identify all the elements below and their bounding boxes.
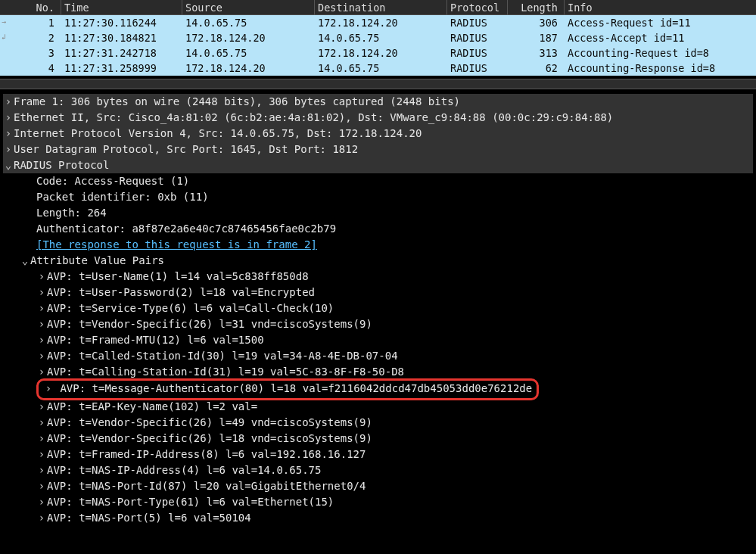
avp-row[interactable]: ›AVP: t=Called-Station-Id(30) l=19 val=3… (3, 348, 753, 364)
packet-details-pane: › Frame 1: 306 bytes on wire (2448 bits)… (0, 89, 756, 532)
cell-no: 3 (0, 45, 61, 61)
chevron-right-icon[interactable]: › (36, 300, 47, 316)
cell-time: 11:27:31.258999 (61, 61, 182, 76)
avp-text: AVP: t=User-Password(2) l=18 val=Encrypt… (47, 285, 315, 300)
col-no[interactable]: No. (0, 0, 61, 15)
chevron-right-icon[interactable]: › (3, 126, 14, 142)
tree-udp-text: User Datagram Protocol, Src Port: 1645, … (14, 142, 358, 157)
chevron-right-icon[interactable]: › (36, 447, 47, 462)
packet-list-pane: No. Time Source Destination Protocol Len… (0, 0, 756, 76)
cell-info: Access-Accept id=11 (564, 30, 756, 45)
tree-frame-text: Frame 1: 306 bytes on wire (2448 bits), … (14, 94, 460, 110)
chevron-right-icon[interactable]: › (36, 478, 47, 494)
chevron-right-icon[interactable]: › (36, 462, 47, 478)
col-destination[interactable]: Destination (314, 0, 446, 15)
avp-row[interactable]: ›AVP: t=NAS-IP-Address(4) l=6 val=14.0.6… (3, 462, 753, 478)
chevron-right-icon[interactable]: › (36, 364, 47, 380)
cell-time: 11:27:30.184821 (61, 30, 182, 45)
cell-dst: 172.18.124.20 (314, 45, 446, 61)
avp-text: AVP: t=Called-Station-Id(30) l=19 val=34… (47, 348, 398, 364)
col-protocol[interactable]: Protocol (446, 0, 507, 15)
avp-text: AVP: t=Calling-Station-Id(31) l=19 val=5… (47, 364, 404, 380)
avp-text: AVP: t=Framed-MTU(12) l=6 val=1500 (47, 332, 264, 348)
chevron-right-icon[interactable]: › (43, 381, 54, 397)
avp-text: AVP: t=Vendor-Specific(26) l=18 vnd=cisc… (47, 431, 372, 447)
avp-text: AVP: t=Framed-IP-Address(8) l=6 val=192.… (47, 447, 366, 462)
cell-src: 14.0.65.75 (182, 45, 314, 61)
chevron-down-icon[interactable]: ⌄ (20, 253, 30, 269)
chevron-right-icon[interactable]: › (36, 431, 47, 447)
tree-ip[interactable]: › Internet Protocol Version 4, Src: 14.0… (3, 126, 753, 142)
avp-row[interactable]: ›AVP: t=EAP-Key-Name(102) l=2 val= (3, 399, 753, 415)
radius-length[interactable]: Length: 264 (3, 205, 753, 221)
avp-row[interactable]: ›AVP: t=Service-Type(6) l=6 val=Call-Che… (3, 300, 753, 316)
cell-proto: RADIUS (446, 45, 507, 61)
packet-row[interactable]: 111:27:30.11624414.0.65.75172.18.124.20R… (0, 15, 756, 30)
packet-row[interactable]: 211:27:30.184821172.18.124.2014.0.65.75R… (0, 30, 756, 45)
chevron-right-icon[interactable]: › (36, 510, 47, 526)
tree-avps[interactable]: ⌄ Attribute Value Pairs (3, 253, 753, 269)
avp-row[interactable]: ›AVP: t=Framed-IP-Address(8) l=6 val=192… (3, 447, 753, 462)
avp-row[interactable]: ›AVP: t=NAS-Port(5) l=6 val=50104 (3, 510, 753, 526)
cell-time: 11:27:31.242718 (61, 45, 182, 61)
cell-info: Access-Request id=11 (564, 15, 756, 30)
cell-len: 313 (507, 45, 564, 61)
chevron-right-icon[interactable]: › (36, 269, 47, 285)
avp-text: AVP: t=NAS-Port-Id(87) l=20 val=GigabitE… (47, 478, 366, 494)
chevron-right-icon[interactable]: › (36, 415, 47, 431)
avp-row[interactable]: › AVP: t=Message-Authenticator(80) l=18 … (3, 380, 753, 399)
cell-proto: RADIUS (446, 30, 507, 45)
avp-text: AVP: t=Vendor-Specific(26) l=31 vnd=cisc… (47, 316, 372, 332)
packet-row[interactable]: 311:27:31.24271814.0.65.75172.18.124.20R… (0, 45, 756, 61)
chevron-down-icon[interactable]: ⌄ (3, 157, 14, 173)
avp-row[interactable]: ›AVP: t=Framed-MTU(12) l=6 val=1500 (3, 332, 753, 348)
chevron-right-icon[interactable]: › (36, 494, 47, 510)
avp-row[interactable]: ›AVP: t=User-Name(1) l=14 val=5c838ff850… (3, 269, 753, 285)
cell-dst: 172.18.124.20 (314, 15, 446, 30)
chevron-right-icon[interactable]: › (36, 332, 47, 348)
chevron-right-icon[interactable]: › (36, 399, 47, 415)
avp-row[interactable]: ›AVP: t=Vendor-Specific(26) l=18 vnd=cis… (3, 431, 753, 447)
avp-text: AVP: t=Vendor-Specific(26) l=49 vnd=cisc… (47, 415, 372, 431)
radius-response-link[interactable]: [The response to this request is in fram… (3, 237, 753, 253)
radius-authenticator[interactable]: Authenticator: a8f87e2a6e40c7c87465456fa… (3, 221, 753, 237)
avp-text: AVP: t=NAS-Port-Type(61) l=6 val=Etherne… (47, 494, 334, 510)
chevron-right-icon[interactable]: › (36, 285, 47, 300)
chevron-right-icon[interactable]: › (36, 316, 47, 332)
col-info[interactable]: Info (564, 0, 756, 15)
packet-row[interactable]: 411:27:31.258999172.18.124.2014.0.65.75R… (0, 61, 756, 76)
horizontal-scrollbar[interactable] (0, 79, 756, 89)
response-in-frame-link[interactable]: [The response to this request is in fram… (36, 237, 317, 253)
radius-packet-id-text: Packet identifier: 0xb (11) (36, 189, 209, 205)
radius-packet-id[interactable]: Packet identifier: 0xb (11) (3, 189, 753, 205)
chevron-right-icon[interactable]: › (3, 142, 14, 157)
chevron-right-icon[interactable]: › (3, 110, 14, 126)
avp-row[interactable]: ›AVP: t=NAS-Port-Id(87) l=20 val=Gigabit… (3, 478, 753, 494)
tree-ethernet[interactable]: › Ethernet II, Src: Cisco_4a:81:02 (6c:b… (3, 110, 753, 126)
avp-text: AVP: t=User-Name(1) l=14 val=5c838ff850d… (47, 269, 309, 285)
tree-radius-text: RADIUS Protocol (14, 157, 109, 173)
packet-list-body: 111:27:30.11624414.0.65.75172.18.124.20R… (0, 15, 756, 76)
avp-text: AVP: t=Message-Authenticator(80) l=18 va… (60, 382, 532, 394)
col-source[interactable]: Source (182, 0, 314, 15)
col-time[interactable]: Time (61, 0, 182, 15)
highlight-box: › AVP: t=Message-Authenticator(80) l=18 … (36, 378, 539, 400)
avp-row[interactable]: ›AVP: t=User-Password(2) l=18 val=Encryp… (3, 285, 753, 300)
col-length[interactable]: Length (507, 0, 564, 15)
avp-row[interactable]: ›AVP: t=Calling-Station-Id(31) l=19 val=… (3, 364, 753, 380)
tree-udp[interactable]: › User Datagram Protocol, Src Port: 1645… (3, 142, 753, 157)
cell-dst: 14.0.65.75 (314, 61, 446, 76)
chevron-right-icon[interactable]: › (36, 348, 47, 364)
tree-frame[interactable]: › Frame 1: 306 bytes on wire (2448 bits)… (3, 94, 753, 110)
tree-radius[interactable]: ⌄ RADIUS Protocol (3, 157, 753, 173)
chevron-right-icon[interactable]: › (3, 94, 14, 110)
avp-row[interactable]: ›AVP: t=Vendor-Specific(26) l=49 vnd=cis… (3, 415, 753, 431)
avp-row[interactable]: ›AVP: t=Vendor-Specific(26) l=31 vnd=cis… (3, 316, 753, 332)
avp-row[interactable]: ›AVP: t=NAS-Port-Type(61) l=6 val=Ethern… (3, 494, 753, 510)
radius-code[interactable]: Code: Access-Request (1) (3, 173, 753, 189)
tree-avps-label: Attribute Value Pairs (30, 253, 164, 269)
cell-no: 1 (0, 15, 61, 30)
cell-no: 4 (0, 61, 61, 76)
tree-ethernet-text: Ethernet II, Src: Cisco_4a:81:02 (6c:b2:… (14, 110, 613, 126)
cell-len: 187 (507, 30, 564, 45)
